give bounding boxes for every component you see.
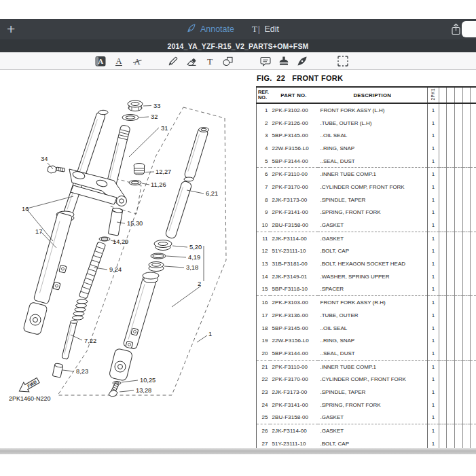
table-row: 72PK-F3170-00.CYLINDER COMP, FRONT FORK1 — [257, 181, 476, 194]
parts-table-body: 12PK-F3102-00FRONT FORK ASSY (L.H)122PK-… — [257, 103, 476, 451]
page-separator — [0, 448, 476, 454]
document-title-bar: 2014_YA_YZF-R15_V2_PARTS+OM+FSM — [0, 39, 476, 52]
share-icon — [451, 23, 461, 35]
table-row: 1922W-F3156-L0..RING, SNAP1 — [257, 334, 476, 347]
stamp-tool-icon[interactable] — [277, 54, 291, 68]
table-row: 162PK-F3103-00FRONT FORK ASSY (R.H)1 — [257, 296, 476, 309]
edit-label: Edit — [265, 24, 280, 34]
pdf-page: FWD 2PK1460-N220 3332313412,2711,266,211… — [0, 70, 476, 476]
table-row: 1251Y-23111-10.BOLT, CAP1 — [257, 245, 476, 258]
status-strip — [0, 0, 476, 19]
strikethrough-tool-icon[interactable]: A — [130, 54, 144, 68]
pen-nib-icon — [186, 23, 196, 35]
col-header-ref: REF.NO. — [257, 87, 270, 103]
diagram-callout-13-28: 13,28 — [136, 387, 151, 394]
diagram-callout-5-20: 5,20 — [189, 244, 202, 251]
table-row: 252BU-F3158-00.GASKET1 — [257, 411, 476, 424]
shapes-tool-icon[interactable] — [221, 54, 235, 68]
col-header-description: DESCRIPTION — [318, 87, 428, 103]
share-button[interactable] — [451, 23, 461, 35]
eraser-tool-icon[interactable] — [185, 54, 198, 68]
table-row: 35BP-F3145-00..OIL SEAL1 — [257, 129, 476, 142]
diagram-callout-3-18: 3,18 — [186, 264, 198, 271]
table-row: 185BP-F3145-00..OIL SEAL1 — [257, 322, 476, 335]
fwd-direction-arrow: FWD — [16, 376, 41, 396]
mode-switcher: Annotate T| Edit — [0, 23, 471, 35]
table-header-row: REF.NO. PART NO. DESCRIPTION 2PK1 — [257, 87, 476, 103]
table-row: 212PK-F3110-00.INNER TUBE COMP.11 — [257, 360, 476, 373]
table-row: 232JK-F3173-00.SPINDLE, TAPER1 — [257, 386, 476, 399]
diagram-callout-34: 34 — [41, 155, 48, 162]
diagram-callout-7-22: 7,22 — [84, 337, 96, 344]
diagram-callout-14-29: 14,29 — [113, 238, 128, 245]
pencil-tool-icon[interactable] — [166, 54, 180, 68]
col-header-qty-model: 2PK1 — [428, 87, 439, 103]
table-row: 92PK-F3141-00.SPRING, FRONT FORK1 — [257, 206, 476, 219]
diagram-callout-4-19: 4,19 — [188, 254, 200, 261]
annotate-label: Annotate — [200, 24, 234, 34]
col-header-part: PART NO. — [270, 87, 318, 103]
underline-tool-icon[interactable]: A — [112, 54, 126, 68]
parts-table: REF.NO. PART NO. DESCRIPTION 2PK1 12PK-F… — [256, 86, 476, 452]
diagram-callout-6-21: 6,21 — [206, 190, 218, 197]
svg-text:A: A — [115, 56, 122, 66]
diagram-callout-16: 16 — [22, 206, 29, 213]
annotate-mode-button[interactable]: Annotate — [186, 23, 234, 35]
text-cursor-icon: T| — [252, 24, 261, 35]
page-thumbnail-button[interactable] — [462, 21, 476, 37]
table-row: 222PK-F3170-00.CYLINDER COMP., FRONT FOR… — [257, 373, 476, 386]
table-row: 242PK-F3141-00.SPRING, FRONT FORK1 — [257, 399, 476, 411]
diagram-callout-11-26: 11,26 — [151, 181, 166, 188]
table-row: 142JK-F3149-01.WASHER, SPRING UPPER1 — [257, 270, 476, 283]
table-row: 172PK-F3136-00.TUBE, OUTER1 — [257, 309, 476, 322]
diagram-callout-17: 17 — [35, 228, 42, 235]
drawing-number: 2PK1460-N220 — [9, 395, 51, 402]
diagram-callout-1: 1 — [208, 331, 212, 337]
table-row: 12PK-F3102-00FRONT FORK ASSY (L.H)1 — [257, 103, 476, 117]
svg-text:T: T — [207, 56, 213, 67]
text-tool-icon[interactable]: T — [203, 54, 217, 68]
select-tool-icon[interactable] — [336, 54, 350, 68]
edit-mode-button[interactable]: T| Edit — [252, 24, 279, 35]
table-row: 205BP-F3144-00..SEAL, DUST1 — [257, 347, 476, 360]
signature-tool-icon[interactable] — [295, 54, 309, 68]
diagram-callout-31: 31 — [161, 125, 168, 132]
diagram-callout-15-30: 15,30 — [127, 220, 143, 227]
table-row: 62PK-F3110-00.INNER TUBE COMP.11 — [257, 168, 476, 181]
table-row: 262JK-F3114-00.GASKET1 — [257, 424, 476, 437]
table-row: 82JK-F3173-00.SPINDLE, TAPER1 — [257, 194, 476, 206]
table-row: 55BP-F3144-00..SEAL, DUST1 — [257, 155, 476, 168]
highlight-tool-icon[interactable]: A — [94, 54, 107, 68]
diagram-callout-12-27: 12,27 — [155, 168, 171, 175]
diagram-callout-2: 2 — [198, 280, 201, 287]
table-row: 1331B-F3181-00.BOLT, HEXAGON SOCKET HEAD… — [257, 257, 476, 270]
diagram-callout-32: 32 — [151, 113, 158, 120]
diagram-callout-33: 33 — [153, 103, 160, 109]
table-row: 155BP-F3118-10.SPACER1 — [257, 283, 476, 296]
diagram-callout-8-23: 8,23 — [76, 368, 88, 375]
svg-text:A: A — [98, 57, 103, 65]
table-row: 422W-F3156-L0..RING, SNAP1 — [257, 142, 476, 155]
table-row: 102BU-F3158-00.GASKET1 — [257, 219, 476, 232]
main-toolbar: + Annotate T| Edit — [0, 19, 476, 39]
diagram-callout-10-25: 10,25 — [140, 377, 155, 384]
table-row: 22PK-F3126-00.TUBE, OUTER (L.H)1 — [257, 117, 476, 130]
front-fork-diagram: FWD 2PK1460-N220 3332313412,2711,266,211… — [0, 70, 257, 448]
document-filename: 2014_YA_YZF-R15_V2_PARTS+OM+FSM — [167, 42, 308, 50]
annotation-toolbar: A A A T — [0, 52, 476, 70]
diagram-callout-9-24: 9,24 — [109, 266, 122, 273]
figure-title: FIG. 22 FRONT FORK — [257, 74, 343, 82]
note-tool-icon[interactable] — [259, 54, 272, 68]
toolbar-right — [451, 19, 476, 39]
table-row: 112JK-F3114-00.GASKET1 — [257, 232, 476, 244]
